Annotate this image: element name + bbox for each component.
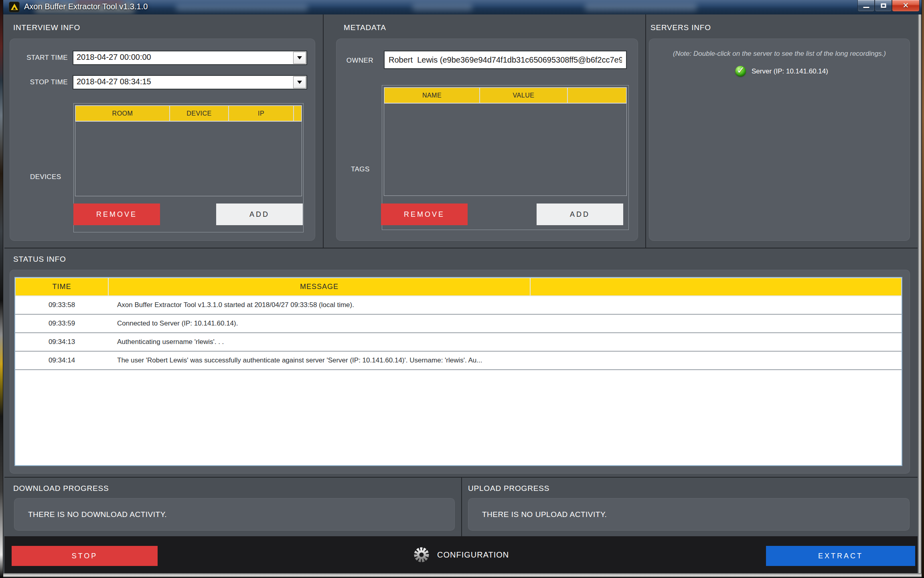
stop-time-value: 2018-04-27 08:34:15 (73, 76, 293, 89)
chevron-down-icon (297, 81, 302, 84)
stop-button[interactable]: STOP (12, 546, 158, 566)
tags-column-value[interactable]: VALUE (480, 88, 567, 103)
upload-progress-title: UPLOAD PROGRESS (468, 484, 549, 493)
tags-remove-button[interactable]: REMOVE (381, 204, 468, 225)
tags-column-name[interactable]: NAME (385, 88, 479, 103)
tags-column-filler (568, 88, 626, 103)
axon-app-icon (9, 2, 20, 12)
gear-icon (413, 546, 430, 563)
download-progress-title: DOWNLOAD PROGRESS (13, 484, 109, 493)
status-message: Authenticating username 'rlewis'. . . (108, 338, 902, 346)
title-bar[interactable]: Axon Buffer Extractor Tool v1.3.1.0 ✕ (3, 0, 922, 14)
tags-table[interactable]: NAME VALUE (384, 87, 627, 196)
tags-label: TAGS (351, 165, 375, 173)
devices-column-room[interactable]: ROOM (76, 106, 169, 121)
devices-column-device[interactable]: DEVICE (170, 106, 228, 121)
owner-label: OWNER (340, 57, 373, 65)
status-table-header: TIME MESSAGE (15, 278, 902, 296)
status-time: 09:34:13 (15, 338, 108, 346)
status-column-time[interactable]: TIME (16, 278, 108, 295)
section-divider (323, 14, 324, 248)
desktop: Axon Buffer Extractor Tool v1.3.1.0 ✕ IN… (0, 0, 924, 578)
status-time: 09:33:59 (15, 320, 108, 328)
configuration-label: CONFIGURATION (437, 550, 509, 560)
configuration-button[interactable]: CONFIGURATION (413, 546, 509, 563)
app-window: Axon Buffer Extractor Tool v1.3.1.0 ✕ IN… (3, 0, 922, 577)
devices-column-ip[interactable]: IP (229, 106, 293, 121)
extract-button[interactable]: EXTRACT (766, 546, 915, 566)
stop-time-dropdown-button[interactable] (293, 76, 306, 88)
interview-info-title: INTERVIEW INFO (13, 23, 80, 32)
start-time-label: START TIME (20, 54, 68, 62)
close-icon: ✕ (903, 1, 909, 10)
devices-add-button[interactable]: ADD (216, 204, 303, 225)
upload-progress-panel: THERE IS NO UPLOAD ACTIVITY. (468, 498, 910, 531)
status-time: 09:34:14 (15, 356, 108, 364)
download-progress-panel: THERE IS NO DOWNLOAD ACTIVITY. (14, 498, 455, 531)
main-content: INTERVIEW INFO START TIME 2018-04-27 00:… (4, 14, 918, 573)
tags-add-button[interactable]: ADD (537, 204, 623, 225)
window-border-bottom (3, 573, 922, 577)
chevron-down-icon (297, 56, 302, 59)
check-icon: ✓ (737, 65, 745, 76)
devices-table[interactable]: ROOM DEVICE IP (75, 105, 302, 196)
devices-column-filler (294, 106, 301, 121)
minimize-button[interactable] (857, 0, 875, 12)
desktop-edge-left (0, 0, 3, 578)
devices-remove-button[interactable]: REMOVE (73, 204, 160, 225)
section-divider (645, 14, 646, 248)
start-time-value: 2018-04-27 00:00:00 (73, 51, 293, 64)
status-column-message[interactable]: MESSAGE (109, 278, 530, 295)
section-divider (461, 478, 462, 536)
server-online-icon: ✓ (735, 66, 746, 77)
close-button[interactable]: ✕ (892, 0, 920, 12)
minimize-icon (863, 7, 869, 8)
status-row[interactable]: 09:34:13 Authenticating username 'rlewis… (15, 333, 902, 352)
start-time-combobox[interactable]: 2018-04-27 00:00:00 (73, 51, 307, 65)
background-window-blur (176, 4, 308, 11)
status-info-title: STATUS INFO (13, 255, 66, 264)
background-window-blur (585, 3, 697, 11)
desktop-edge-right (922, 0, 924, 578)
download-status-text: THERE IS NO DOWNLOAD ACTIVITY. (28, 510, 167, 519)
status-row[interactable]: 09:33:58 Axon Buffer Extractor Tool v1.3… (15, 296, 902, 315)
status-message: Connected to Server (IP: 10.141.60.14). (108, 320, 902, 328)
status-column-filler (531, 278, 901, 295)
status-message: Axon Buffer Extractor Tool v1.3.1.0 star… (108, 301, 902, 309)
tags-table-header: NAME VALUE (384, 88, 626, 104)
maximize-icon (881, 4, 886, 8)
servers-info-title: SERVERS INFO (650, 23, 711, 32)
servers-note: (Note: Double-click on the server to see… (649, 50, 910, 58)
status-table[interactable]: TIME MESSAGE 09:33:58 Axon Buffer Extrac… (14, 277, 902, 466)
section-divider (4, 248, 918, 248)
window-title: Axon Buffer Extractor Tool v1.3.1.0 (24, 2, 148, 11)
upload-status-text: THERE IS NO UPLOAD ACTIVITY. (482, 510, 607, 519)
stop-time-combobox[interactable]: 2018-04-27 08:34:15 (73, 75, 307, 90)
maximize-button[interactable] (875, 0, 892, 12)
status-message: The user 'Robert Lewis' was successfully… (108, 356, 902, 364)
owner-input[interactable] (384, 51, 627, 69)
metadata-title: METADATA (344, 23, 386, 32)
background-window-blur (412, 3, 472, 11)
status-row[interactable]: 09:33:59 Connected to Server (IP: 10.141… (15, 315, 902, 333)
footer-bar: STOP CONFIGURATION EXTRACT (4, 536, 918, 573)
server-label: Server (IP: 10.141.60.14) (752, 67, 828, 75)
server-list-item[interactable]: ✓ Server (IP: 10.141.60.14) (735, 66, 828, 77)
devices-label: DEVICES (30, 173, 77, 181)
window-border-right (918, 14, 922, 573)
stop-time-label: STOP TIME (20, 78, 68, 86)
devices-table-header: ROOM DEVICE IP (75, 106, 302, 122)
status-time: 09:33:58 (15, 301, 108, 309)
status-row[interactable]: 09:34:14 The user 'Robert Lewis' was suc… (15, 352, 902, 370)
start-time-dropdown-button[interactable] (293, 52, 306, 64)
